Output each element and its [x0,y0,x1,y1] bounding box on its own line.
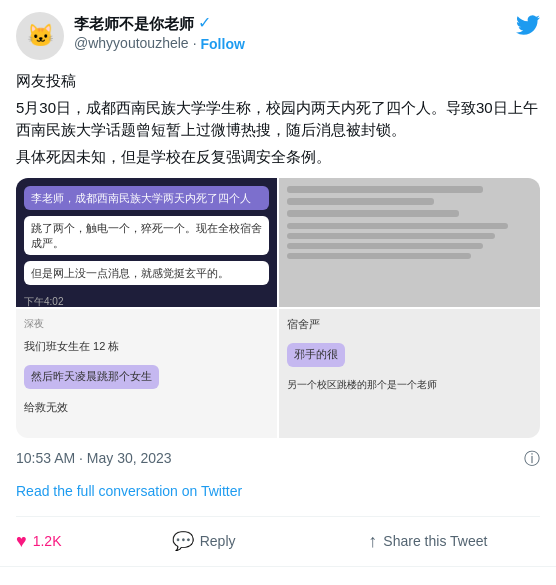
reply-icon: 💬 [172,529,194,554]
right-top-content [287,186,532,259]
chat-bubble-2: 跳了两个，触电一个，猝死一个。现在全校宿舍成严。 [24,216,269,255]
share-label: Share this Tweet [383,532,487,552]
user-name-row: 李老师不是你老师 ✓ [74,12,506,34]
body-line3: 具体死因未知，但是学校在反复强调安全条例。 [16,146,540,169]
tweet-body: 网友投稿 5月30日，成都西南民族大学学生称，校园内两天内死了四个人。导致30日… [16,70,540,168]
bottom-chat-1: 我们班女生在 12 栋 [24,339,269,354]
action-bar: ♥ 1.2K 💬 Reply ↑ Share this Tweet [16,516,540,554]
read-conversation-link[interactable]: Read the full conversation on Twitter [16,482,540,502]
right-bottom-3: 另一个校区跳楼的那个是一个老师 [287,378,532,392]
reply-action[interactable]: 💬 Reply [92,529,316,554]
chat-time: 下午4:02 [24,295,269,307]
avatar: 🐱 [16,12,64,60]
tweet-header: 🐱 李老师不是你老师 ✓ @whyyoutouzhele · Follow [16,12,540,60]
timestamp-text: 10:53 AM · May 30, 2023 [16,449,172,469]
right-bottom-1: 宿舍严 [287,317,532,332]
chat-bubble-3: 但是网上没一点消息，就感觉挺玄平的。 [24,261,269,285]
share-icon: ↑ [368,529,377,554]
display-name: 李老师不是你老师 [74,13,194,34]
dot-separator: · [193,34,197,54]
image-bottom-right: 宿舍严 邪手的很 另一个校区跳楼的那个是一个老师 [279,309,540,438]
reply-label: Reply [200,532,236,552]
twitter-logo-icon [516,12,540,46]
like-action[interactable]: ♥ 1.2K [16,529,92,554]
image-top-left: 李老师，成都西南民族大学两天内死了四个人 跳了两个，触电一个，猝死一个。现在全校… [16,178,277,307]
tweet-card: 🐱 李老师不是你老师 ✓ @whyyoutouzhele · Follow 网友… [0,0,556,567]
image-bottom-left: 深夜 我们班女生在 12 栋 然后昨天凌晨跳那个女生 给救无效 [16,309,277,438]
user-handle: @whyyoutouzhele [74,34,189,54]
image-top-right [279,178,540,307]
user-info: 李老师不是你老师 ✓ @whyyoutouzhele · Follow [74,12,506,54]
share-action[interactable]: ↑ Share this Tweet [316,529,540,554]
like-count: 1.2K [33,532,62,552]
info-icon[interactable]: ⓘ [524,448,540,470]
tweet-images: 李老师，成都西南民族大学两天内死了四个人 跳了两个，触电一个，猝死一个。现在全校… [16,178,540,438]
tweet-timestamp: 10:53 AM · May 30, 2023 ⓘ [16,448,540,470]
follow-button[interactable]: Follow [201,36,245,52]
body-line1: 网友投稿 [16,70,540,93]
body-line2: 5月30日，成都西南民族大学学生称，校园内两天内死了四个人。导致30日上午西南民… [16,97,540,142]
handle-follow-row: @whyyoutouzhele · Follow [74,34,506,54]
verified-icon: ✓ [198,12,211,34]
like-icon: ♥ [16,529,27,554]
bottom-chat-3: 给救无效 [24,400,269,415]
right-bottom-2: 邪手的很 [287,343,345,366]
bottom-chat-2: 然后昨天凌晨跳那个女生 [24,365,159,388]
chat-bubble-1: 李老师，成都西南民族大学两天内死了四个人 [24,186,269,210]
